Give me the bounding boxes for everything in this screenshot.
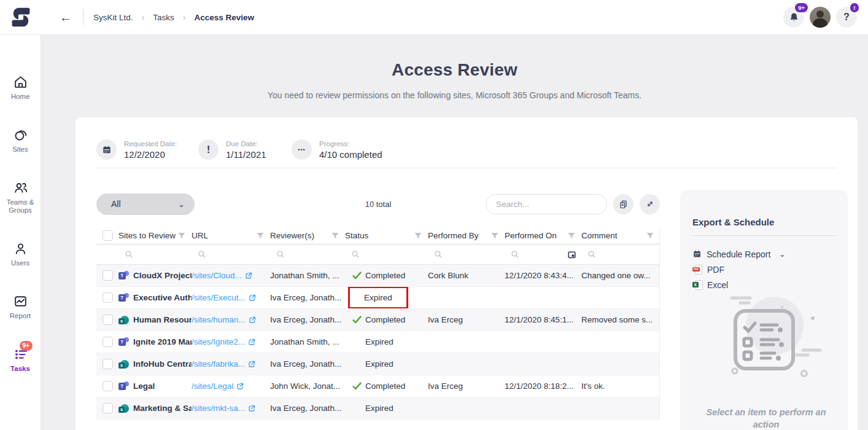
- search-icon: [198, 250, 206, 259]
- filter-url[interactable]: [192, 244, 270, 264]
- filter-icon[interactable]: [414, 232, 422, 239]
- filter-icon[interactable]: [178, 232, 185, 239]
- reviewers-cell: Iva Erceg, Jonath...: [270, 309, 345, 330]
- sidebar-item-report[interactable]: Report: [0, 294, 41, 321]
- due-date-label: Due Date:: [226, 140, 266, 147]
- filter-icon[interactable]: [646, 232, 654, 239]
- topbar-divider: [83, 9, 83, 25]
- site-name: Ignite 2019 Mark: [133, 337, 192, 346]
- search-icon: [587, 250, 596, 259]
- sidebar-item-tasks[interactable]: 9+ Tasks: [0, 346, 41, 373]
- table-row[interactable]: Marketing & Sal /sites/mkt-sa... Iva Erc…: [96, 397, 659, 420]
- back-button[interactable]: ←: [60, 11, 72, 23]
- site-url-link[interactable]: /sites/Cloud...: [192, 271, 252, 280]
- performed-by-cell: Cork Blunk: [428, 265, 505, 286]
- panel-empty-text: Select an item to perform an action: [692, 407, 840, 430]
- site-url-text: /sites/Legal: [192, 381, 233, 391]
- sidebar-item-label: Users: [11, 259, 29, 268]
- sidebar-item-teams-groups[interactable]: Teams & Groups: [0, 180, 41, 216]
- export-pdf-action[interactable]: PDF: [692, 262, 835, 277]
- filter-icon[interactable]: [257, 232, 264, 239]
- user-avatar[interactable]: [810, 7, 831, 28]
- site-url-link[interactable]: /sites/Ignite2...: [192, 337, 255, 346]
- search-icon: [434, 250, 443, 259]
- sidebar-item-users[interactable]: Users: [0, 241, 41, 268]
- external-link-icon: [236, 383, 244, 390]
- status-cell: Expired: [345, 331, 428, 353]
- row-checkbox[interactable]: [103, 337, 113, 347]
- notifications-button[interactable]: 9+: [783, 7, 804, 28]
- filter-row: [96, 244, 659, 265]
- column-header-performed-by[interactable]: Performed By: [428, 231, 505, 240]
- search-box[interactable]: [486, 194, 607, 214]
- column-header-url[interactable]: URL: [192, 231, 270, 240]
- filter-reviewers[interactable]: [270, 244, 345, 264]
- sidebar-item-label: Sites: [12, 146, 28, 154]
- copy-report-button[interactable]: [613, 194, 634, 214]
- row-checkbox[interactable]: [103, 270, 113, 281]
- help-button[interactable]: ? !: [836, 7, 857, 28]
- site-url-link[interactable]: /sites/Execut...: [192, 293, 256, 302]
- row-checkbox[interactable]: [103, 315, 113, 325]
- filter-sites[interactable]: [118, 244, 192, 264]
- table-toolbar: All ⌄ 10 total: [96, 193, 660, 215]
- breadcrumb-item-company[interactable]: SysKit Ltd.: [93, 13, 133, 22]
- performed-by-cell: [428, 287, 505, 308]
- row-checkbox[interactable]: [103, 381, 113, 391]
- panel-title: Export & Schedule: [692, 217, 835, 236]
- reviewers-cell: John Wick, Jonat...: [270, 375, 345, 397]
- site-type-icon: [118, 315, 129, 325]
- site-url-link[interactable]: /sites/fabrika...: [192, 359, 255, 369]
- column-header-performed-on[interactable]: Performed On: [505, 231, 581, 240]
- filter-icon[interactable]: [331, 232, 339, 239]
- column-header-sites[interactable]: Sites to Review: [118, 231, 192, 240]
- export-excel-action[interactable]: Excel: [692, 277, 835, 292]
- filter-comment[interactable]: [581, 244, 660, 264]
- site-url-link[interactable]: /sites/Legal: [192, 381, 244, 391]
- filter-icon[interactable]: [491, 232, 498, 239]
- row-checkbox[interactable]: [103, 403, 113, 413]
- filter-performed-on[interactable]: [505, 244, 581, 264]
- sidebar-item-label: Teams & Groups: [0, 198, 41, 216]
- filter-icon[interactable]: [568, 232, 575, 239]
- exclamation-icon: !: [198, 139, 219, 160]
- site-type-icon: [118, 403, 129, 413]
- column-header-reviewers[interactable]: Reviewer(s): [270, 231, 345, 240]
- performed-on-cell: 12/1/2020 8:18:2...: [505, 375, 581, 397]
- table-row[interactable]: InfoHub Central /sites/fabrika... Iva Er…: [96, 353, 659, 375]
- reviewers-cell: Iva Erceg, Jonath...: [270, 353, 345, 375]
- sidebar-item-sites[interactable]: Sites: [0, 127, 41, 154]
- site-url-text: /sites/Ignite2...: [192, 337, 245, 346]
- filter-status[interactable]: [345, 244, 428, 264]
- table-row[interactable]: CloudX Project /sites/Cloud... Jonathan …: [96, 265, 659, 287]
- excel-icon: [692, 280, 702, 290]
- sidebar-item-label: Home: [11, 93, 30, 101]
- sidebar-item-home[interactable]: Home: [0, 74, 41, 101]
- status-cell: Expired: [345, 397, 428, 419]
- schedule-report-action[interactable]: Schedule Report ⌄: [692, 246, 835, 262]
- table-row[interactable]: Legal /sites/Legal John Wick, Jonat... C…: [96, 375, 659, 397]
- column-header-status[interactable]: Status: [345, 231, 428, 240]
- site-url-link[interactable]: /sites/mkt-sa...: [192, 404, 255, 413]
- breadcrumb-item-tasks[interactable]: Tasks: [153, 13, 174, 22]
- column-header-comment[interactable]: Comment: [581, 231, 660, 240]
- table-row[interactable]: Human Resource /sites/human... Iva Erceg…: [96, 309, 659, 331]
- row-checkbox[interactable]: [103, 359, 113, 369]
- calendar-icon[interactable]: [567, 250, 576, 259]
- site-name: InfoHub Central: [133, 359, 192, 369]
- row-checkbox[interactable]: [103, 292, 113, 303]
- search-icon: [511, 250, 519, 259]
- performed-by-cell: [428, 331, 505, 353]
- table-row[interactable]: Ignite 2019 Mark /sites/Ignite2... Jonat…: [96, 331, 659, 353]
- pdf-label: PDF: [707, 265, 724, 275]
- site-type-icon: [118, 292, 129, 303]
- site-url-link[interactable]: /sites/human...: [192, 315, 256, 324]
- syskit-logo[interactable]: [0, 6, 41, 28]
- select-all-checkbox[interactable]: [103, 230, 113, 241]
- filter-performed-by[interactable]: [428, 244, 505, 264]
- search-input[interactable]: [496, 200, 605, 209]
- top-bar: ← SysKit Ltd. › Tasks › Access Review 9+…: [0, 0, 868, 35]
- copy-icon: [618, 199, 629, 209]
- expand-button[interactable]: [640, 194, 660, 214]
- table-row[interactable]: Executive Autho /sites/Execut... Iva Erc…: [96, 287, 659, 309]
